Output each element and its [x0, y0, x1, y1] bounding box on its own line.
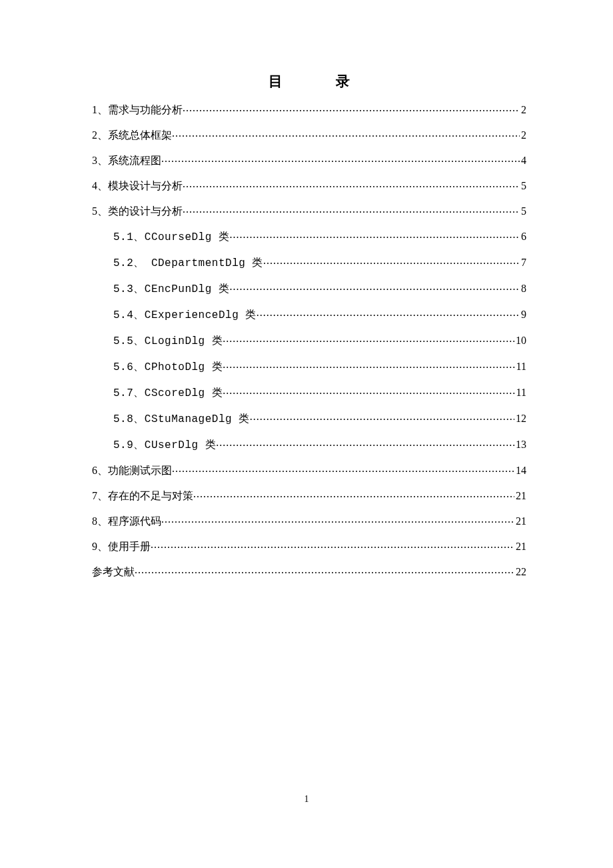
toc-entry: 8、程序源代码21 [92, 514, 526, 527]
toc-entry: 5.5、CLoginDlg 类10 [92, 333, 526, 347]
toc-entry-page: 10 [514, 335, 526, 346]
toc-entry: 6、功能测试示图14 [92, 463, 526, 476]
toc-dots [229, 281, 520, 292]
page-number: 1 [0, 794, 613, 805]
document-page: 目 录 1、需求与功能分析22、系统总体框架23、系统流程图44、模块设计与分析… [0, 0, 613, 577]
toc-entry: 4、模块设计与分析5 [92, 179, 526, 191]
toc-dots [161, 514, 514, 525]
toc-dots [257, 307, 520, 318]
toc-entry-label: 6、功能测试示图 [92, 465, 172, 476]
title-char-2: 录 [336, 72, 350, 91]
toc-entry-label: 5.9、CUserDlg 类 [113, 440, 216, 451]
toc-dots [223, 385, 514, 396]
toc-entry-page: 5 [520, 206, 526, 217]
toc-dots [250, 411, 514, 422]
toc-entry-page: 9 [520, 309, 526, 320]
toc-dots [135, 565, 514, 575]
toc-entry: 5.7、CScoreDlg 类11 [92, 385, 526, 399]
toc-entry-page: 5 [520, 181, 526, 191]
toc-entry-label: 5.2、 CDepartmentDlg 类 [113, 258, 263, 269]
toc-entry-label: 5.1、CCourseDlg 类 [113, 232, 229, 243]
toc-entry-page: 4 [520, 155, 526, 166]
toc-entry-page: 14 [514, 465, 526, 476]
toc-entry-page: 21 [514, 491, 526, 501]
toc-entry: 3、系统流程图4 [92, 153, 526, 166]
toc-entry: 9、使用手册21 [92, 539, 526, 552]
toc-entry: 参考文献22 [92, 565, 526, 577]
toc-dots [183, 204, 520, 215]
toc-entry: 5.3、CEncPunDlg 类8 [92, 281, 526, 295]
toc-entry-label: 5.4、CExperienceDlg 类 [113, 310, 257, 321]
toc-entry-page: 6 [520, 231, 526, 242]
toc-entry: 5.6、CPhotoDlg 类11 [92, 359, 526, 373]
toc-entry-page: 2 [520, 130, 526, 141]
toc-entry-page: 8 [520, 283, 526, 294]
toc-dots [263, 255, 520, 266]
toc-entry-page: 21 [514, 516, 526, 527]
toc-entry-label: 2、系统总体框架 [92, 130, 172, 141]
toc-dots [172, 463, 514, 474]
toc-entry-page: 21 [514, 541, 526, 552]
toc-dots [183, 103, 520, 113]
toc-dots [229, 229, 520, 240]
toc-title: 目 录 [92, 72, 526, 91]
toc-entry-label: 7、存在的不足与对策 [92, 491, 193, 501]
toc-entry: 5.2、 CDepartmentDlg 类7 [92, 255, 526, 269]
toc-dots [223, 359, 514, 370]
toc-entry-page: 13 [514, 439, 526, 450]
toc-entry-page: 11 [515, 361, 526, 372]
toc-entry: 1、需求与功能分析2 [92, 103, 526, 115]
toc-entry: 5.4、CExperienceDlg 类9 [92, 307, 526, 321]
toc-dots [172, 128, 520, 139]
toc-dots [151, 539, 514, 550]
toc-entry-label: 5.6、CPhotoDlg 类 [113, 362, 223, 373]
toc-entry-page: 2 [520, 105, 526, 115]
toc-entry-label: 参考文献 [92, 567, 135, 577]
toc-entry-label: 5.3、CEncPunDlg 类 [113, 284, 229, 295]
toc-entry: 2、系统总体框架2 [92, 128, 526, 141]
toc-entry-page: 12 [514, 413, 526, 424]
toc-entry: 5.8、CStuManageDlg 类12 [92, 411, 526, 425]
toc-list: 1、需求与功能分析22、系统总体框架23、系统流程图44、模块设计与分析55、类… [92, 103, 526, 577]
toc-entry-label: 4、模块设计与分析 [92, 181, 183, 191]
toc-dots [193, 489, 514, 499]
toc-entry-label: 5.5、CLoginDlg 类 [113, 336, 223, 347]
toc-entry: 5.9、CUserDlg 类13 [92, 437, 526, 451]
toc-entry-label: 9、使用手册 [92, 541, 151, 552]
toc-entry-page: 11 [515, 387, 526, 398]
toc-dots [161, 153, 520, 164]
toc-entry: 5.1、CCourseDlg 类6 [92, 229, 526, 243]
toc-entry-label: 8、程序源代码 [92, 516, 161, 527]
toc-entry-page: 7 [520, 257, 526, 268]
toc-entry-label: 5.7、CScoreDlg 类 [113, 388, 223, 399]
toc-entry-label: 3、系统流程图 [92, 155, 161, 166]
toc-entry-label: 5、类的设计与分析 [92, 206, 183, 217]
toc-entry: 5、类的设计与分析5 [92, 204, 526, 217]
toc-entry-label: 5.8、CStuManageDlg 类 [113, 414, 250, 425]
title-char-1: 目 [269, 72, 283, 91]
toc-entry-page: 22 [514, 567, 526, 577]
toc-entry: 7、存在的不足与对策21 [92, 489, 526, 501]
toc-dots [216, 437, 514, 448]
toc-entry-label: 1、需求与功能分析 [92, 105, 183, 115]
toc-dots [223, 333, 514, 344]
toc-dots [183, 179, 520, 189]
